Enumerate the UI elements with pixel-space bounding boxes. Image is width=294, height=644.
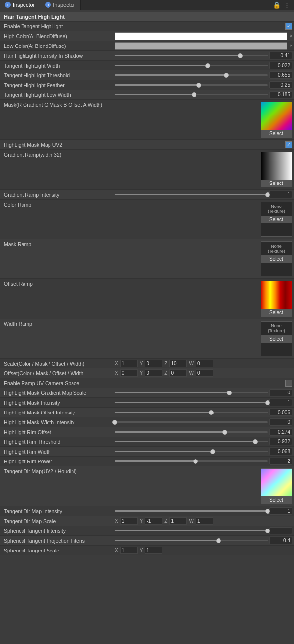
value-tangent-low-width[interactable]: 0.185 (270, 91, 292, 98)
checkbox-enable-tangent[interactable]: ✓ (285, 23, 292, 30)
track-spherical-tangent-intensity[interactable] (115, 530, 268, 531)
prop-spherical-tangent-intensity: Spherical Tangent Intensity 1 (0, 526, 294, 536)
value-hl-rim-offset[interactable]: 0.274 (270, 428, 292, 436)
tdms-x-input[interactable] (120, 517, 138, 525)
select-width-ramp-btn[interactable]: Select (261, 335, 292, 343)
swatch-high-color[interactable] (115, 32, 287, 40)
offset-w-input[interactable] (196, 369, 213, 377)
value-tangent-feather[interactable]: 0.25 (270, 81, 292, 89)
value-hl-mask-intensity[interactable]: 1 (270, 399, 292, 406)
ctrl-hl-mask-gradient-scale: 0 (115, 389, 292, 396)
track-tangent-low-width[interactable] (115, 94, 268, 95)
prop-enable-ramp-uv-camera: Enable Ramp UV Camera Space (0, 378, 294, 388)
label-tangent-dir-scale: Tangent Dir Map Scale (2, 518, 115, 524)
texture-mask: Select (261, 102, 292, 138)
value-hl-mask-gradient[interactable]: 0 (270, 389, 292, 396)
track-hl-mask-offset[interactable] (115, 412, 268, 413)
ctrl-gradient-ramp-intensity: 1 (115, 191, 292, 198)
tab-bar: i Inspector i Inspector 🔒 ⋮ (0, 0, 294, 10)
tdms-z-input[interactable] (169, 517, 187, 525)
track-tangent-threshold[interactable] (115, 74, 268, 76)
menu-icon[interactable]: ⋮ (284, 1, 290, 9)
texture-color-ramp: None(Texture) Select (261, 202, 292, 237)
lock-icon[interactable]: 🔒 (273, 1, 281, 9)
value-hair-hl[interactable]: 0.41 (270, 52, 292, 59)
track-tangent-dir-intensity[interactable] (115, 510, 268, 512)
pick-low-color[interactable]: ⌖ (289, 43, 292, 49)
value-hl-rim-threshold[interactable]: 0.932 (270, 438, 292, 445)
value-hl-mask-width[interactable]: 0 (270, 418, 292, 426)
select-tangent-dir-btn[interactable]: Select (261, 496, 292, 504)
tab-inspector-1[interactable]: i Inspector (0, 0, 40, 10)
pick-high-color[interactable]: ⌖ (289, 33, 292, 39)
scale-y-input[interactable] (145, 360, 162, 367)
track-spherical-tangent-proj[interactable] (115, 540, 268, 541)
prop-hair-hl-intensity: Hair HighLight Intensity In Shadow 0.41 (0, 51, 294, 61)
value-hl-rim-width[interactable]: 0.068 (270, 448, 292, 455)
hair-texture-img (261, 102, 292, 130)
value-tangent-width[interactable]: 0.022 (270, 62, 292, 69)
tdms-w-input[interactable] (196, 517, 213, 525)
scale-z-input[interactable] (169, 360, 187, 367)
ctrl-hl-mask-width-intensity: 0 (115, 418, 292, 426)
prop-hl-mask-gradient-scale: HighLight Mask Gradient Map Scale 0 (0, 388, 294, 398)
track-hl-rim-threshold[interactable] (115, 441, 268, 442)
texture-gradient-ramp: Select (261, 152, 292, 187)
scale-w-input[interactable] (196, 360, 213, 367)
stss-y-input[interactable] (145, 547, 162, 554)
select-mask-btn[interactable]: Select (261, 130, 292, 137)
stss-x-input[interactable] (120, 547, 138, 554)
tangent-dir-scale-vec-row: X Y Z W (115, 517, 213, 525)
prop-mask-ramp: Mask Ramp None(Texture) Select (0, 239, 294, 279)
section-header: Hair Tangent High Light (0, 12, 294, 22)
prop-tangent-dir-map: Tangent Dir Map(UV2 / Houdini) Select (0, 466, 294, 506)
value-spherical-tangent-intensity[interactable]: 1 (270, 527, 292, 534)
track-hl-rim-offset[interactable] (115, 431, 268, 433)
value-gradient-intensity[interactable]: 1 (270, 191, 292, 198)
track-tangent-feather[interactable] (115, 84, 268, 86)
label-spherical-tangent-scale: Spherical Tangent Scale (2, 548, 115, 553)
swatch-low-color[interactable] (115, 42, 287, 50)
select-color-ramp-btn[interactable]: Select (261, 216, 292, 223)
value-tangent-threshold[interactable]: 0.655 (270, 71, 292, 79)
value-tangent-dir-intensity[interactable]: 1 (270, 507, 292, 515)
scale-x-input[interactable] (120, 360, 138, 367)
track-gradient-intensity[interactable] (115, 194, 268, 195)
select-mask-ramp-btn[interactable]: Select (261, 255, 292, 263)
track-hl-mask-intensity[interactable] (115, 402, 268, 403)
offset-y-input[interactable] (145, 369, 162, 377)
app-window: i Inspector i Inspector 🔒 ⋮ Hair Tangent… (0, 0, 294, 557)
mask-ramp-none: None(Texture) (266, 242, 287, 255)
value-hl-mask-offset[interactable]: 0.006 (270, 409, 292, 416)
track-hl-rim-power[interactable] (115, 460, 268, 462)
checkbox-ramp-uv-camera[interactable] (285, 380, 292, 387)
scale-z-label: Z (164, 361, 167, 366)
label-tangent-hl-feather: Tangent HighLight Feather (2, 82, 115, 88)
ctrl-offset-ramp: Select (115, 281, 292, 317)
label-low-color: Low Color(A: BlendDiffuse) (2, 43, 115, 49)
track-hl-mask-gradient[interactable] (115, 392, 268, 393)
select-gradient-btn[interactable]: Select (261, 180, 292, 187)
tab-inspector-2[interactable]: i Inspector (40, 0, 80, 10)
select-offset-ramp-btn[interactable]: Select (261, 309, 292, 316)
ctrl-mask-ramp: None(Texture) Select (115, 241, 292, 276)
ctrl-mask-texture: Select (115, 102, 292, 138)
label-hl-rim-power: HighLight Rim Power (2, 459, 115, 464)
prop-enable-tangent: Enable Tangent HighLight ✓ (0, 22, 294, 31)
value-spherical-tangent-proj[interactable]: 0.4 (270, 537, 292, 544)
offset-x-input[interactable] (120, 369, 138, 377)
label-hl-rim-width: HighLight Rim Width (2, 449, 115, 455)
stss-y-label: Y (140, 548, 143, 553)
offset-y-label: Y (140, 370, 143, 376)
offset-z-input[interactable] (169, 369, 187, 377)
tdms-x-label: X (115, 518, 118, 524)
tdms-y-input[interactable] (145, 517, 162, 525)
track-hl-mask-width[interactable] (115, 421, 268, 423)
track-hair-hl[interactable] (115, 55, 268, 56)
track-hl-rim-width[interactable] (115, 451, 268, 452)
label-hl-mask-gradient-scale: HighLight Mask Gradient Map Scale (2, 390, 115, 396)
value-hl-rim-power[interactable]: 2 (270, 458, 292, 465)
track-tangent-width[interactable] (115, 65, 268, 66)
texture-preview-gradient (261, 152, 292, 180)
checkbox-hl-mask-uv2[interactable]: ✓ (285, 141, 292, 148)
